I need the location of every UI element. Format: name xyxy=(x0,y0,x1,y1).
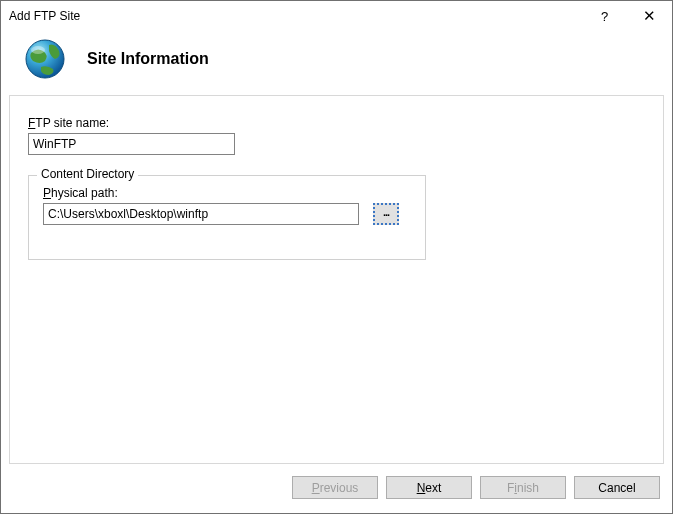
finish-button: Finish xyxy=(480,476,566,499)
svg-point-1 xyxy=(31,46,45,54)
content-panel: FTP site name: Content Directory Physica… xyxy=(9,95,664,464)
help-button[interactable]: ? xyxy=(582,1,627,31)
titlebar-controls: ? ✕ xyxy=(582,1,672,31)
browse-button[interactable]: ... xyxy=(373,203,399,225)
titlebar: Add FTP Site ? ✕ xyxy=(1,1,672,31)
physical-path-label: Physical path: xyxy=(43,186,411,200)
site-name-label: FTP site name: xyxy=(28,116,645,130)
content-directory-group: Content Directory Physical path: ... xyxy=(28,175,426,260)
physical-path-input[interactable] xyxy=(43,203,359,225)
page-title: Site Information xyxy=(87,50,209,68)
next-button[interactable]: Next xyxy=(386,476,472,499)
physical-path-row: ... xyxy=(43,203,411,225)
previous-button: Previous xyxy=(292,476,378,499)
cancel-button[interactable]: Cancel xyxy=(574,476,660,499)
close-button[interactable]: ✕ xyxy=(627,1,672,31)
site-name-input[interactable] xyxy=(28,133,235,155)
wizard-footer: Previous Next Finish Cancel xyxy=(1,464,672,513)
content-directory-legend: Content Directory xyxy=(37,167,138,181)
dialog-window: Add FTP Site ? ✕ Site Information FTP si… xyxy=(0,0,673,514)
header: Site Information xyxy=(1,31,672,95)
window-title: Add FTP Site xyxy=(9,9,582,23)
globe-icon xyxy=(23,37,67,81)
